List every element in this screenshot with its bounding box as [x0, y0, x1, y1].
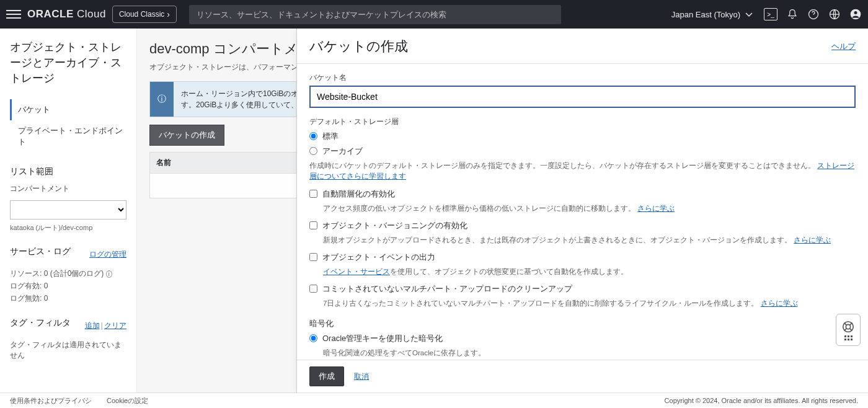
- panel-title: バケットの作成: [309, 37, 408, 56]
- no-tag-filter-text: タグ・フィルタは適用されていません: [10, 340, 126, 361]
- region-selector[interactable]: Japan East (Tokyo): [671, 8, 755, 20]
- footer-cookies[interactable]: Cookieの設定: [107, 396, 148, 406]
- tier-archive-radio[interactable]: アーカイブ: [309, 146, 856, 157]
- versioning-checkbox[interactable]: オブジェクト・バージョニングの有効化: [309, 220, 856, 231]
- chevron-down-icon: [743, 8, 755, 20]
- panel-help-link[interactable]: ヘルプ: [831, 41, 856, 52]
- bucket-name-input[interactable]: [309, 86, 856, 108]
- log-enabled: ログ有効: 0: [10, 281, 126, 291]
- resource-count: リソース: 0 (合計0個のログ) i: [10, 268, 126, 279]
- tier-description: 作成時にバケットのデフォルト・ストレージ層のみを指定できます。一度設定したら、バ…: [309, 161, 856, 182]
- versioning-desc: 新規オブジェクトがアップロードされるとき、または既存のオブジェクトが上書きされる…: [323, 235, 856, 246]
- tier-standard-radio[interactable]: 標準: [309, 131, 856, 142]
- devtools-icon[interactable]: >_: [764, 8, 777, 20]
- compartment-path: kataoka (ルート)/dev-comp: [10, 223, 126, 233]
- info-icon: ⓘ: [150, 82, 174, 117]
- multipart-desc: 7日より古くなったコミットされていないマルチパート・アップロードを自動的に削除す…: [323, 298, 856, 309]
- sidebar: オブジェクト・ストレージとアーカイブ・ストレージ バケット プライベート・エンド…: [0, 29, 136, 392]
- compartment-label: コンパートメント: [10, 184, 126, 194]
- svg-point-3: [854, 11, 857, 14]
- user-avatar-icon[interactable]: [849, 8, 862, 20]
- clear-tag-link[interactable]: クリア: [104, 321, 126, 330]
- compartment-select[interactable]: [10, 200, 126, 220]
- globe-icon[interactable]: [828, 8, 841, 20]
- create-bucket-panel: バケットの作成 ヘルプ バケット名 デフォルト・ストレージ層 標準 アーカイブ …: [296, 29, 868, 392]
- footer: 使用条件およびプライバシ Cookieの設定 Copyright © 2024,…: [0, 392, 868, 408]
- footer-copyright: Copyright © 2024, Oracle and/or its affi…: [665, 397, 858, 404]
- support-widget[interactable]: [836, 314, 861, 346]
- create-bucket-button[interactable]: バケットの作成: [149, 125, 224, 146]
- search-input[interactable]: [189, 5, 561, 24]
- brand-logo[interactable]: ORACLE Cloud: [27, 8, 106, 20]
- auto-tiering-checkbox[interactable]: 自動階層化の有効化: [309, 188, 856, 200]
- info-text: ホーム・リージョン内で10GiBのオブす。20GiBより多く使用していて、無: [174, 82, 313, 117]
- sidebar-item-private-endpoints[interactable]: プライベート・エンドポイント: [10, 120, 126, 153]
- service-log-heading: サービス・ログ: [10, 246, 71, 257]
- bell-icon[interactable]: [786, 8, 799, 20]
- log-disabled: ログ無効: 0: [10, 293, 126, 304]
- storage-tier-label: デフォルト・ストレージ層: [309, 117, 856, 127]
- sidebar-item-buckets[interactable]: バケット: [10, 99, 126, 120]
- menu-icon[interactable]: [6, 7, 21, 22]
- auto-tier-learn-link[interactable]: さらに学ぶ: [637, 205, 675, 212]
- multipart-learn-link[interactable]: さらに学ぶ: [761, 299, 798, 307]
- tag-filter-heading: タグ・フィルタ: [10, 317, 71, 329]
- grip-icon: [844, 335, 852, 340]
- events-service-link[interactable]: イベント・サービス: [323, 268, 390, 275]
- sidebar-nav: バケット プライベート・エンドポイント: [10, 99, 126, 153]
- svg-point-5: [846, 324, 850, 329]
- multipart-cleanup-checkbox[interactable]: コミットされていないマルチパート・アップロードのクリーンアップ: [309, 283, 856, 295]
- help-icon[interactable]: [807, 8, 820, 20]
- global-header: ORACLE Cloud Cloud Classic Japan East (T…: [0, 0, 868, 29]
- auto-tiering-desc: アクセス頻度の低いオブジェクトを標準層から価格の低いストレージに自動的に移動しま…: [323, 203, 856, 214]
- footer-terms[interactable]: 使用条件およびプライバシ: [10, 396, 92, 406]
- encryption-oracle-desc: 暗号化関連の処理をすべてOracleに依存します。: [323, 348, 856, 358]
- chevron-right-icon: [167, 9, 170, 19]
- list-scope-heading: リスト範囲: [10, 166, 126, 177]
- sidebar-title: オブジェクト・ストレージとアーカイブ・ストレージ: [10, 40, 126, 87]
- info-icon[interactable]: i: [106, 270, 112, 278]
- encryption-heading: 暗号化: [309, 318, 856, 329]
- life-ring-icon: [841, 320, 855, 334]
- cloud-classic-button[interactable]: Cloud Classic: [112, 6, 177, 23]
- cancel-link[interactable]: 取消: [354, 371, 369, 382]
- manage-logs-link[interactable]: ログの管理: [89, 249, 126, 260]
- bucket-name-label: バケット名: [309, 73, 856, 83]
- versioning-learn-link[interactable]: さらに学ぶ: [794, 236, 831, 244]
- add-tag-link[interactable]: 追加: [85, 321, 100, 330]
- create-button[interactable]: 作成: [309, 366, 344, 386]
- events-desc: イベント・サービスを使用して、オブジェクトの状態変更に基づいて自動化を作成します…: [323, 267, 856, 277]
- events-checkbox[interactable]: オブジェクト・イベントの出力: [309, 252, 856, 263]
- encryption-oracle-radio[interactable]: Oracle管理キーを使用した暗号化: [309, 333, 856, 344]
